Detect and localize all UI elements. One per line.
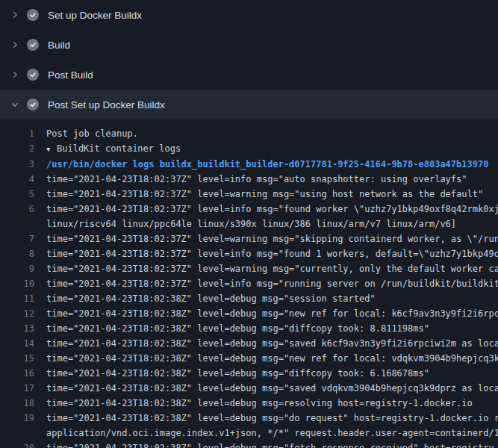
step-label: Post Set up Docker Buildx	[48, 99, 165, 111]
log-line: 3 /usr/bin/docker logs buildx_buildkit_b…	[0, 157, 498, 172]
log-text: application/vnd.oci.image.index.v1+json,…	[46, 426, 498, 441]
line-number[interactable]: 7	[0, 231, 34, 246]
log-line: 2 ▼BuildKit container logs	[0, 141, 498, 157]
log-line: 15 time="2021-04-23T18:02:38Z" level=deb…	[0, 351, 498, 366]
steps-list: Set up Docker Buildx Build Post Buil	[0, 0, 498, 119]
check-circle-icon	[27, 69, 39, 81]
log-text: time="2021-04-23T18:02:37Z" level=info m…	[46, 202, 498, 217]
log-line: 11 time="2021-04-23T18:02:38Z" level=deb…	[0, 291, 498, 306]
log-line: 4 time="2021-04-23T18:02:37Z" level=info…	[0, 172, 498, 187]
chevron-icon	[9, 9, 21, 21]
log-text: time="2021-04-23T18:02:37Z" level=info m…	[46, 276, 498, 291]
chevron-icon	[9, 39, 21, 51]
log-text: time="2021-04-23T18:02:38Z" level=debug …	[46, 321, 429, 336]
step-row-build[interactable]: Build	[0, 30, 498, 60]
line-number[interactable]	[0, 426, 34, 441]
line-number[interactable]: 18	[0, 396, 34, 411]
line-number[interactable]: 6	[0, 202, 34, 217]
line-number[interactable]: 15	[0, 351, 34, 366]
line-number[interactable]: 20	[0, 441, 34, 448]
actions-log-viewer: Set up Docker Buildx Build Post Buil	[0, 0, 498, 448]
line-number[interactable]: 4	[0, 172, 34, 187]
step-row-set-up-docker-buildx[interactable]: Set up Docker Buildx	[0, 0, 498, 30]
line-number[interactable]: 12	[0, 306, 34, 321]
step-row-post-set-up-docker-buildx[interactable]: Post Set up Docker Buildx	[0, 90, 498, 119]
line-number[interactable]: 10	[0, 276, 34, 291]
log-line: 12 time="2021-04-23T18:02:38Z" level=deb…	[0, 306, 498, 321]
line-number[interactable]: 17	[0, 381, 34, 396]
log-line: 14 time="2021-04-23T18:02:38Z" level=deb…	[0, 336, 498, 351]
line-number[interactable]: 3	[0, 157, 34, 172]
step-label: Build	[48, 40, 70, 51]
check-circle-icon	[27, 9, 39, 21]
log-line: 17 time="2021-04-23T18:02:38Z" level=deb…	[0, 381, 498, 396]
line-number[interactable]: 5	[0, 187, 34, 202]
log-line: 13 time="2021-04-23T18:02:38Z" level=deb…	[0, 321, 498, 336]
line-number[interactable]: 19	[0, 411, 34, 426]
log-line: 10 time="2021-04-23T18:02:37Z" level=inf…	[0, 276, 498, 291]
line-number[interactable]: 9	[0, 261, 34, 276]
log-line: application/vnd.oci.image.index.v1+json,…	[0, 426, 498, 441]
line-number[interactable]: 16	[0, 366, 34, 381]
check-circle-icon	[27, 39, 39, 51]
log-text: time="2021-04-23T18:02:38Z" level=debug …	[46, 351, 498, 366]
log-area: 1 Post job cleanup. 2 ▼BuildKit containe…	[0, 119, 498, 448]
log-line: 5 time="2021-04-23T18:02:37Z" level=warn…	[0, 187, 498, 202]
log-line: 19 time="2021-04-23T18:02:38Z" level=deb…	[0, 411, 498, 426]
log-text: time="2021-04-23T18:02:38Z" level=debug …	[46, 291, 376, 306]
line-number[interactable]: 8	[0, 246, 34, 261]
log-text: time="2021-04-23T18:02:37Z" level=warnin…	[46, 261, 498, 276]
log-text: time="2021-04-23T18:02:37Z" level=warnin…	[46, 231, 498, 246]
chevron-icon	[9, 69, 21, 81]
log-text: time="2021-04-23T18:02:37Z" level=info m…	[46, 246, 498, 261]
log-text: Post job cleanup.	[46, 126, 138, 141]
log-text: time="2021-04-23T18:02:37Z" level=info m…	[46, 172, 467, 187]
log-text: time="2021-04-23T18:02:38Z" level=debug …	[46, 411, 498, 426]
line-number[interactable]: 2	[0, 141, 34, 157]
line-number[interactable]: 14	[0, 336, 34, 351]
log-line: 16 time="2021-04-23T18:02:38Z" level=deb…	[0, 366, 498, 381]
log-line: 7 time="2021-04-23T18:02:37Z" level=warn…	[0, 231, 498, 246]
log-line: 6 time="2021-04-23T18:02:37Z" level=info…	[0, 202, 498, 217]
line-number[interactable]	[0, 217, 34, 231]
step-label: Set up Docker Buildx	[48, 10, 142, 21]
log-text: time="2021-04-23T18:02:38Z" level=debug …	[46, 306, 498, 321]
group-toggle-icon[interactable]: ▼	[46, 142, 57, 157]
log-text: ▼BuildKit container logs	[46, 141, 181, 157]
log-text: time="2021-04-23T18:02:38Z" level=debug …	[46, 366, 429, 381]
log-text: time="2021-04-23T18:02:38Z" level=debug …	[46, 336, 498, 351]
check-circle-icon	[27, 99, 39, 111]
chevron-icon	[9, 99, 21, 111]
log-line: 18 time="2021-04-23T18:02:38Z" level=deb…	[0, 396, 498, 411]
log-line: 20 time="2021-04-23T18:02:38Z" level=deb…	[0, 441, 498, 448]
line-number[interactable]: 11	[0, 291, 34, 306]
line-number[interactable]: 1	[0, 126, 34, 141]
log-text: linux/riscv64 linux/ppc64le linux/s390x …	[46, 217, 456, 231]
step-row-post-build[interactable]: Post Build	[0, 60, 498, 90]
log-text: time="2021-04-23T18:02:37Z" level=warnin…	[46, 187, 483, 202]
log-line: 1 Post job cleanup.	[0, 126, 498, 141]
log-line: 8 time="2021-04-23T18:02:37Z" level=info…	[0, 246, 498, 261]
log-line: linux/riscv64 linux/ppc64le linux/s390x …	[0, 217, 498, 231]
log-text: time="2021-04-23T18:02:38Z" level=debug …	[46, 441, 498, 448]
log-line: 9 time="2021-04-23T18:02:37Z" level=warn…	[0, 261, 498, 276]
line-number[interactable]: 13	[0, 321, 34, 336]
step-label: Post Build	[48, 69, 93, 81]
group-title[interactable]: BuildKit container logs	[57, 143, 181, 154]
log-text: time="2021-04-23T18:02:38Z" level=debug …	[46, 381, 498, 396]
log-text: time="2021-04-23T18:02:38Z" level=debug …	[46, 396, 473, 411]
log-text: /usr/bin/docker logs buildx_buildkit_bui…	[46, 157, 488, 172]
